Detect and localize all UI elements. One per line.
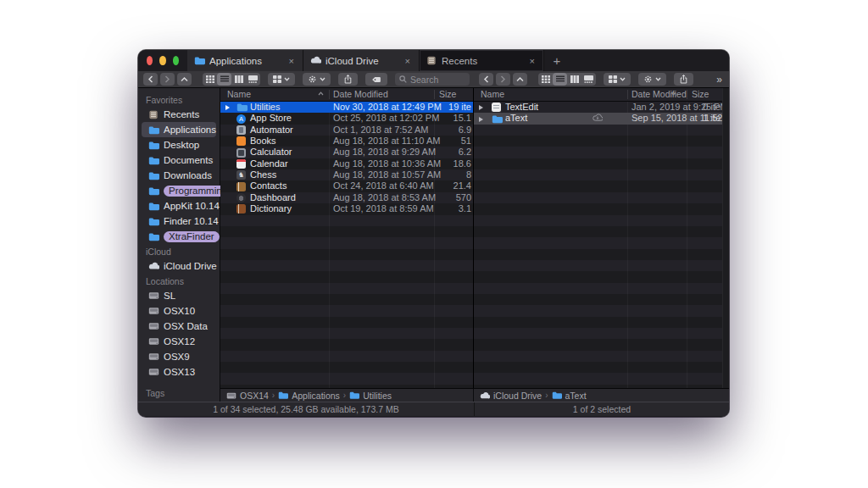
- sidebar-item-documents[interactable]: Documents: [142, 152, 216, 168]
- folder-icon: [148, 232, 159, 241]
- sidebar-item-osx13[interactable]: OSX13: [142, 364, 216, 380]
- column-view-button[interactable]: [567, 73, 581, 86]
- search-input[interactable]: Search: [395, 73, 470, 86]
- close-tab-icon[interactable]: ×: [528, 56, 537, 66]
- sidebar-item-sl[interactable]: SL: [142, 288, 216, 303]
- back-button[interactable]: [479, 73, 493, 86]
- path-item-utilities[interactable]: Utilities: [349, 391, 392, 401]
- file-row-dictionary[interactable]: DictionaryOct 19, 2018 at 8:59 AM3.1: [220, 203, 473, 214]
- file-name: aText: [505, 113, 527, 124]
- tab-recents[interactable]: Recents×: [420, 50, 544, 71]
- sidebar-item-label: iCloud Drive: [164, 261, 217, 271]
- share-button[interactable]: [674, 73, 693, 86]
- sidebar-item-programming[interactable]: Programming: [142, 183, 216, 198]
- column-header-date-modified[interactable]: Date Modified: [632, 89, 687, 99]
- sidebar-item-applications[interactable]: Applications: [142, 122, 216, 137]
- list-view-button[interactable]: [553, 73, 567, 86]
- new-tab-button[interactable]: +: [544, 50, 570, 71]
- sidebar-item-osx10[interactable]: OSX10: [142, 303, 216, 319]
- up-button[interactable]: [513, 73, 527, 86]
- disclosure-triangle-icon[interactable]: [479, 105, 483, 110]
- action-menu-button[interactable]: [638, 73, 666, 86]
- gallery-view-button[interactable]: [581, 73, 596, 86]
- file-row-textedit[interactable]: TextEditJan 2, 2019 at 9:25 PM0 ite: [474, 102, 722, 113]
- file-row-automator[interactable]: AutomatorOct 1, 2018 at 7:52 AM6.9: [220, 125, 473, 136]
- path-item-osx14[interactable]: OSX14: [226, 391, 269, 401]
- icon-view-button[interactable]: [203, 73, 217, 86]
- scrollbar-track[interactable]: [722, 88, 729, 388]
- sidebar-item-osx-data[interactable]: OSX Data: [142, 319, 216, 334]
- column-header-name[interactable]: Name: [481, 89, 504, 99]
- toolbar-overflow-button[interactable]: »: [716, 74, 722, 86]
- sidebar-item-icloud-drive[interactable]: iCloud Drive: [142, 258, 216, 274]
- file-row-app-store[interactable]: App StoreOct 25, 2018 at 12:02 PM15.1: [220, 113, 473, 124]
- icon-view-button[interactable]: [538, 73, 553, 86]
- toolbar: Search »: [138, 71, 729, 88]
- sidebar-item-finder-10-14[interactable]: Finder 10.14: [142, 214, 216, 229]
- path-bar-left: OSX14›Applications›Utilities: [220, 389, 473, 402]
- toolbar-left-pane: Search: [138, 71, 474, 87]
- calculator-icon: [236, 148, 246, 158]
- path-item-applications[interactable]: Applications: [278, 391, 340, 401]
- textedit-icon: [492, 103, 501, 112]
- back-button[interactable]: [143, 73, 158, 86]
- sidebar-item-downloads[interactable]: Downloads: [142, 168, 216, 183]
- minimize-window-button[interactable]: [159, 56, 165, 65]
- file-row-dashboard[interactable]: DashboardAug 18, 2018 at 8:53 AM570: [220, 192, 473, 203]
- group-menu-button[interactable]: [604, 73, 631, 86]
- status-left: 1 of 34 selected, 25.48 GB available, 17…: [138, 402, 474, 416]
- cloud-icon: [148, 262, 159, 270]
- group-menu-button[interactable]: [268, 73, 295, 86]
- forward-button[interactable]: [160, 73, 175, 86]
- zoom-window-button[interactable]: [173, 56, 179, 65]
- file-row-chess[interactable]: ChessAug 18, 2018 at 10:57 AM8: [220, 169, 473, 180]
- column-header-size[interactable]: Size: [692, 89, 709, 99]
- dashboard-icon: [236, 193, 246, 202]
- chevron-up-icon: [516, 76, 524, 82]
- tab-applications[interactable]: Applications×: [187, 50, 303, 71]
- path-item-atext[interactable]: aText: [552, 391, 587, 401]
- column-view-button[interactable]: [231, 73, 246, 86]
- action-menu-button[interactable]: [303, 73, 331, 86]
- file-name: Contacts: [250, 180, 287, 191]
- up-button[interactable]: [177, 73, 192, 86]
- path-item-icloud-drive[interactable]: iCloud Drive: [480, 391, 542, 401]
- sidebar-item-label: Desktop: [164, 140, 199, 150]
- column-header-name[interactable]: Name: [227, 89, 251, 99]
- sidebar-item-appkit-10-14[interactable]: AppKit 10.14: [142, 198, 216, 214]
- file-row-books[interactable]: BooksAug 18, 2018 at 11:10 AM51: [220, 136, 473, 147]
- gallery-view-button[interactable]: [246, 73, 260, 86]
- file-row-calculator[interactable]: CalculatorAug 18, 2018 at 9:29 AM6.2: [220, 147, 473, 158]
- sidebar-item-recents[interactable]: Recents: [142, 107, 216, 122]
- cloud-icon: [310, 56, 321, 66]
- gallery-view-icon: [584, 75, 593, 83]
- file-row-calendar[interactable]: CalendarAug 18, 2018 at 10:36 AM18.6: [220, 158, 473, 169]
- column-header-date-modified[interactable]: Date Modified: [333, 89, 388, 99]
- sidebar: FavoritesRecentsApplicationsDesktopDocum…: [138, 88, 220, 402]
- sidebar-item-xtrafinder[interactable]: XtraFinder: [142, 229, 216, 244]
- file-name: Dashboard: [250, 192, 296, 203]
- list-view-button[interactable]: [217, 73, 231, 86]
- column-header-size[interactable]: Size: [439, 89, 456, 99]
- sidebar-item-desktop[interactable]: Desktop: [142, 137, 216, 152]
- tag-button[interactable]: [365, 73, 387, 86]
- disclosure-triangle-icon[interactable]: [479, 117, 483, 122]
- file-row-contacts[interactable]: ContactsOct 24, 2018 at 6:40 AM21.4: [220, 180, 473, 191]
- close-tab-icon[interactable]: ×: [403, 56, 412, 66]
- file-row-utilities[interactable]: UtilitiesNov 30, 2018 at 12:49 PM19 ite: [220, 102, 473, 113]
- share-button[interactable]: [338, 73, 358, 86]
- sidebar-item-osx12[interactable]: OSX12: [142, 334, 216, 349]
- file-row-atext[interactable]: aTextSep 15, 2018 at 11:52 AM1 ite: [474, 113, 722, 124]
- chevron-left-icon: [147, 75, 153, 83]
- path-item-label: OSX14: [240, 391, 269, 401]
- file-size: 6.2: [459, 147, 471, 158]
- column-view-icon: [235, 75, 243, 83]
- disclosure-triangle-icon[interactable]: [225, 105, 230, 110]
- tab-icloud-drive[interactable]: iCloud Drive×: [303, 50, 420, 71]
- close-window-button[interactable]: [147, 56, 153, 65]
- close-tab-icon[interactable]: ×: [287, 56, 296, 66]
- path-separator: ›: [272, 391, 275, 400]
- forward-button[interactable]: [496, 73, 510, 86]
- search-placeholder: Search: [410, 75, 438, 85]
- sidebar-item-osx9[interactable]: OSX9: [142, 349, 216, 364]
